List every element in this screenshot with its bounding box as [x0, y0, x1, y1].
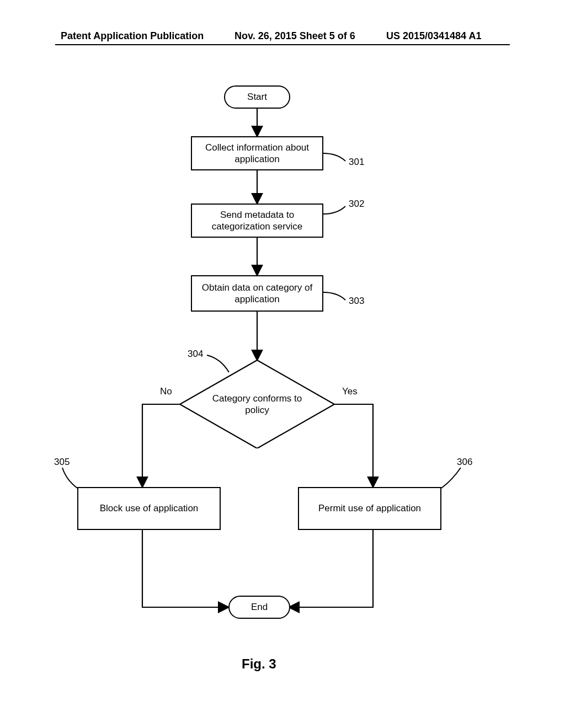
header-left: Patent Application Publication	[61, 30, 204, 42]
node-step-302: Send metadata to categorization service	[191, 204, 323, 238]
arrow-start-to-301	[251, 109, 263, 136]
arrow-301-to-302	[251, 170, 263, 204]
node-decision-304: Category conforms to policy	[180, 360, 334, 448]
leader-305	[61, 466, 88, 491]
node-start: Start	[224, 85, 290, 109]
node-end: End	[228, 596, 290, 619]
node-step-303-label: Obtain data on category of application	[196, 282, 318, 306]
arrow-306-to-end	[287, 530, 381, 618]
header-center: Nov. 26, 2015 Sheet 5 of 6	[234, 30, 355, 42]
arrow-305-to-end	[137, 530, 231, 618]
node-decision-304-label: Category conforms to policy	[202, 393, 312, 416]
label-ref-305: 305	[54, 457, 70, 468]
node-step-306: Permit use of application	[298, 487, 441, 530]
leader-304	[204, 353, 232, 375]
figure-caption: Fig. 3	[242, 656, 276, 672]
leader-306	[441, 466, 469, 491]
node-step-305-label: Block use of application	[100, 502, 199, 514]
label-ref-304: 304	[188, 349, 203, 360]
node-step-302-label: Send metadata to categorization service	[196, 209, 318, 233]
node-step-301-label: Collect information about application	[196, 142, 318, 165]
arrow-303-to-304	[251, 312, 263, 360]
arrow-304-yes-to-306	[334, 404, 384, 487]
label-ref-303: 303	[349, 296, 364, 307]
header-right: US 2015/0341484 A1	[386, 30, 481, 42]
node-start-label: Start	[247, 91, 267, 103]
page: Patent Application Publication Nov. 26, …	[0, 0, 565, 728]
header-rule	[55, 44, 510, 45]
node-step-303: Obtain data on category of application	[191, 275, 323, 312]
node-step-305: Block use of application	[77, 487, 221, 530]
node-end-label: End	[251, 601, 268, 613]
label-ref-306: 306	[457, 457, 472, 468]
label-ref-302: 302	[349, 199, 364, 210]
node-step-301: Collect information about application	[191, 136, 323, 170]
label-yes: Yes	[342, 386, 358, 397]
label-ref-301: 301	[349, 157, 364, 168]
arrow-302-to-303	[251, 238, 263, 275]
label-no: No	[160, 386, 172, 397]
node-step-306-label: Permit use of application	[318, 502, 421, 514]
arrow-304-no-to-305	[137, 404, 186, 487]
